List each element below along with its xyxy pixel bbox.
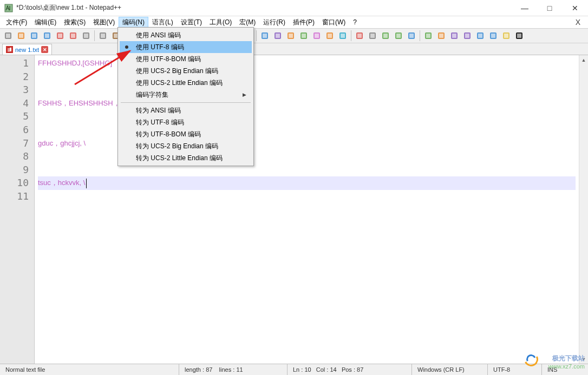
bookmark-button[interactable]: [500, 30, 512, 42]
record-button[interactable]: [354, 30, 365, 42]
line-number: 4: [0, 97, 29, 110]
bookmark-icon: [502, 31, 511, 40]
svg-rect-6: [32, 34, 36, 38]
menu-use-utf8-bom[interactable]: 使用 UTF-8-BOM 编码: [120, 53, 252, 65]
svg-rect-70: [478, 34, 482, 38]
submenu-arrow-icon: ▶: [243, 92, 246, 97]
menu-use-utf8[interactable]: 使用 UTF-8 编码: [120, 41, 252, 53]
menu-file[interactable]: 文件(F): [2, 17, 31, 28]
menu-view[interactable]: 视图(V): [89, 17, 119, 28]
toolbar-separator: [420, 30, 420, 41]
menu-plugins[interactable]: 插件(P): [289, 17, 318, 28]
svg-rect-16: [101, 34, 105, 38]
save-macro-button[interactable]: [406, 30, 417, 42]
monitor-button[interactable]: [337, 30, 349, 42]
menu-to-ucs2-le[interactable]: 转为 UCS-2 Little Endian 编码: [120, 152, 252, 164]
line-number: 10: [0, 176, 29, 190]
svg-rect-56: [383, 34, 388, 38]
editor-line-current: tsuc，hckvvk, \: [38, 176, 576, 190]
print-button[interactable]: [80, 30, 92, 42]
shift-right-button[interactable]: [461, 30, 473, 42]
watermark-brand: 极光下载站: [548, 354, 585, 363]
sort-asc-button[interactable]: [474, 30, 486, 42]
text-caret: [86, 179, 87, 188]
line-number: 8: [0, 150, 29, 163]
svg-rect-60: [409, 34, 414, 38]
menu-language[interactable]: 语言(L): [148, 17, 177, 28]
svg-rect-54: [370, 34, 375, 38]
sort-desc-button[interactable]: [487, 30, 499, 42]
cut-icon: [99, 31, 107, 40]
line-number: 5: [0, 110, 29, 123]
doc-map-button[interactable]: [311, 30, 323, 42]
language-button[interactable]: [298, 30, 310, 42]
wordwrap-button[interactable]: [259, 30, 271, 42]
text-editor[interactable]: FFHGSHHDJ,[GSHHG] FSHHS，EHSHSHHSH， gduc，…: [35, 55, 579, 364]
menu-use-ucs2-be[interactable]: 使用 UCS-2 Big Endian 编码: [120, 65, 252, 77]
play-multi-button[interactable]: [393, 30, 404, 42]
minimize-button[interactable]: —: [512, 0, 537, 16]
save-icon: [30, 31, 38, 40]
menu-encoding[interactable]: 编码(N): [119, 17, 148, 28]
svg-rect-10: [58, 34, 62, 38]
svg-rect-4: [19, 34, 23, 38]
folder-icon: [325, 31, 334, 40]
status-length-lines: length : 87 lines : 11: [179, 364, 287, 375]
maximize-button[interactable]: □: [537, 0, 562, 16]
open-file-button[interactable]: [15, 30, 27, 42]
svg-rect-74: [504, 34, 508, 38]
menu-window[interactable]: 窗口(W): [318, 17, 349, 28]
menu-tools[interactable]: 工具(O): [206, 17, 236, 28]
tab-close-icon[interactable]: ✕: [41, 46, 48, 53]
menu-separator: [121, 102, 251, 103]
menu-to-utf8[interactable]: 转为 UTF-8 编码: [120, 116, 252, 128]
close-all-button[interactable]: [67, 30, 79, 42]
vertical-scrollbar[interactable]: ▲ ▼: [579, 55, 588, 364]
show-all-button[interactable]: [272, 30, 284, 42]
new-file-button[interactable]: [2, 30, 14, 42]
print-icon: [82, 31, 90, 40]
scroll-up-icon[interactable]: ▲: [579, 55, 589, 64]
tab-label: new 1.txt: [15, 47, 39, 53]
save-all-button[interactable]: [41, 30, 53, 42]
menu-close-x[interactable]: X: [570, 18, 586, 27]
menu-macro[interactable]: 宏(M): [236, 17, 259, 28]
status-filetype: Normal text file: [0, 364, 179, 375]
close-button[interactable]: [54, 30, 66, 42]
language-icon: [299, 31, 308, 40]
close-button[interactable]: ✕: [562, 0, 588, 16]
wordwrap-icon: [260, 31, 269, 40]
menu-help[interactable]: ?: [349, 17, 361, 27]
show-all-icon: [273, 31, 282, 40]
save-button[interactable]: [28, 30, 40, 42]
folder-button[interactable]: [324, 30, 336, 42]
play-button[interactable]: [380, 30, 391, 42]
menu-search[interactable]: 搜索(S): [60, 17, 89, 28]
compare-button[interactable]: [435, 30, 447, 42]
indent-guide-button[interactable]: [285, 30, 297, 42]
menu-edit[interactable]: 编辑(E): [31, 17, 60, 28]
watermark-url: www.xz7.com: [548, 363, 585, 370]
shift-left-button[interactable]: [448, 30, 460, 42]
bold-button[interactable]: [513, 30, 525, 42]
spell-button[interactable]: [422, 30, 434, 42]
menu-to-ansi[interactable]: 转为 ANSI 编码: [120, 104, 252, 116]
menu-to-utf8-bom[interactable]: 转为 UTF-8-BOM 编码: [120, 128, 252, 140]
menu-to-ucs2-be[interactable]: 转为 UCS-2 Big Endian 编码: [120, 140, 252, 152]
menu-run[interactable]: 运行(R): [259, 17, 289, 28]
status-bar: Normal text file length : 87 lines : 11 …: [0, 364, 588, 375]
menu-charset[interactable]: 编码字符集 ▶: [120, 89, 252, 101]
sort-asc-icon: [476, 31, 485, 40]
sort-desc-icon: [489, 31, 498, 40]
menu-use-ansi[interactable]: 使用 ANSI 编码: [120, 29, 252, 41]
menu-use-ucs2-le[interactable]: 使用 UCS-2 Little Endian 编码: [120, 77, 252, 89]
play-icon: [381, 31, 390, 40]
cut-button[interactable]: [97, 30, 109, 42]
window-title: *D:\tools\桌面\new 1.txt - Notepad++: [16, 3, 512, 12]
status-eol[interactable]: Windows (CR LF): [411, 364, 487, 375]
tab-new-1[interactable]: new 1.txt ✕: [2, 44, 52, 55]
menu-settings[interactable]: 设置(T): [177, 17, 206, 28]
encoding-dropdown: 使用 ANSI 编码 使用 UTF-8 编码 使用 UTF-8-BOM 编码 使…: [117, 27, 254, 166]
svg-rect-72: [491, 34, 495, 38]
stop-button[interactable]: [367, 30, 378, 42]
